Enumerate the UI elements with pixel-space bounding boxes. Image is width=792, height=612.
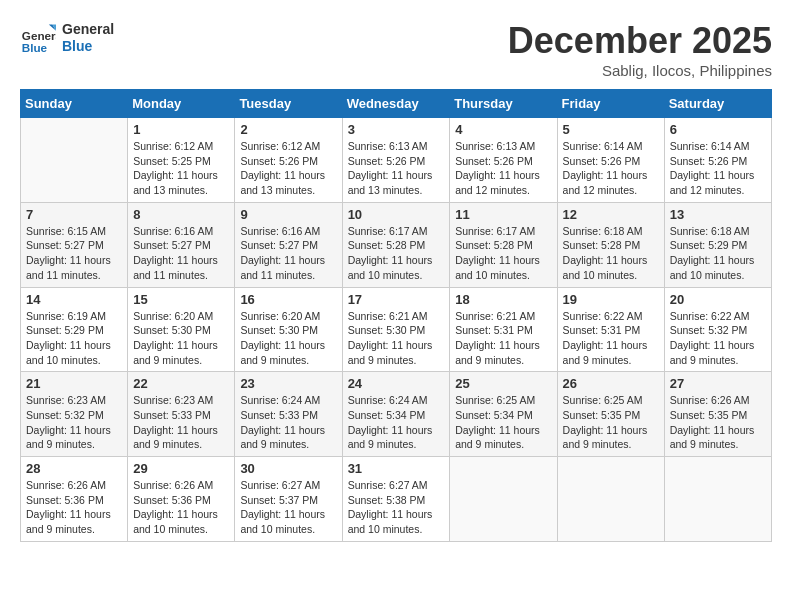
day-header-wednesday: Wednesday [342, 90, 450, 118]
day-number: 8 [133, 207, 229, 222]
calendar-cell: 28Sunrise: 6:26 AM Sunset: 5:36 PM Dayli… [21, 457, 128, 542]
day-header-tuesday: Tuesday [235, 90, 342, 118]
title-block: December 2025 Sablig, Ilocos, Philippine… [508, 20, 772, 79]
calendar-cell: 20Sunrise: 6:22 AM Sunset: 5:32 PM Dayli… [664, 287, 771, 372]
calendar-cell: 31Sunrise: 6:27 AM Sunset: 5:38 PM Dayli… [342, 457, 450, 542]
calendar-cell: 9Sunrise: 6:16 AM Sunset: 5:27 PM Daylig… [235, 202, 342, 287]
calendar-cell: 7Sunrise: 6:15 AM Sunset: 5:27 PM Daylig… [21, 202, 128, 287]
day-info: Sunrise: 6:24 AM Sunset: 5:34 PM Dayligh… [348, 393, 445, 452]
calendar-cell: 29Sunrise: 6:26 AM Sunset: 5:36 PM Dayli… [128, 457, 235, 542]
day-info: Sunrise: 6:20 AM Sunset: 5:30 PM Dayligh… [240, 309, 336, 368]
calendar-cell: 3Sunrise: 6:13 AM Sunset: 5:26 PM Daylig… [342, 118, 450, 203]
day-number: 18 [455, 292, 551, 307]
calendar-week-row: 21Sunrise: 6:23 AM Sunset: 5:32 PM Dayli… [21, 372, 772, 457]
calendar-cell: 2Sunrise: 6:12 AM Sunset: 5:26 PM Daylig… [235, 118, 342, 203]
calendar-cell: 22Sunrise: 6:23 AM Sunset: 5:33 PM Dayli… [128, 372, 235, 457]
day-number: 23 [240, 376, 336, 391]
day-info: Sunrise: 6:12 AM Sunset: 5:25 PM Dayligh… [133, 139, 229, 198]
day-info: Sunrise: 6:27 AM Sunset: 5:37 PM Dayligh… [240, 478, 336, 537]
calendar-cell: 11Sunrise: 6:17 AM Sunset: 5:28 PM Dayli… [450, 202, 557, 287]
day-info: Sunrise: 6:25 AM Sunset: 5:34 PM Dayligh… [455, 393, 551, 452]
calendar-header-row: SundayMondayTuesdayWednesdayThursdayFrid… [21, 90, 772, 118]
day-info: Sunrise: 6:15 AM Sunset: 5:27 PM Dayligh… [26, 224, 122, 283]
day-info: Sunrise: 6:18 AM Sunset: 5:28 PM Dayligh… [563, 224, 659, 283]
day-info: Sunrise: 6:23 AM Sunset: 5:33 PM Dayligh… [133, 393, 229, 452]
calendar-cell [21, 118, 128, 203]
day-info: Sunrise: 6:22 AM Sunset: 5:32 PM Dayligh… [670, 309, 766, 368]
day-header-sunday: Sunday [21, 90, 128, 118]
day-number: 9 [240, 207, 336, 222]
calendar-cell: 23Sunrise: 6:24 AM Sunset: 5:33 PM Dayli… [235, 372, 342, 457]
calendar-cell: 4Sunrise: 6:13 AM Sunset: 5:26 PM Daylig… [450, 118, 557, 203]
calendar-week-row: 14Sunrise: 6:19 AM Sunset: 5:29 PM Dayli… [21, 287, 772, 372]
day-info: Sunrise: 6:23 AM Sunset: 5:32 PM Dayligh… [26, 393, 122, 452]
calendar-week-row: 28Sunrise: 6:26 AM Sunset: 5:36 PM Dayli… [21, 457, 772, 542]
day-number: 11 [455, 207, 551, 222]
day-number: 19 [563, 292, 659, 307]
day-number: 24 [348, 376, 445, 391]
page-header: General Blue General Blue December 2025 … [20, 20, 772, 79]
day-number: 4 [455, 122, 551, 137]
day-header-thursday: Thursday [450, 90, 557, 118]
calendar-table: SundayMondayTuesdayWednesdayThursdayFrid… [20, 89, 772, 542]
day-info: Sunrise: 6:18 AM Sunset: 5:29 PM Dayligh… [670, 224, 766, 283]
calendar-cell: 24Sunrise: 6:24 AM Sunset: 5:34 PM Dayli… [342, 372, 450, 457]
day-info: Sunrise: 6:20 AM Sunset: 5:30 PM Dayligh… [133, 309, 229, 368]
day-header-monday: Monday [128, 90, 235, 118]
day-info: Sunrise: 6:25 AM Sunset: 5:35 PM Dayligh… [563, 393, 659, 452]
day-number: 10 [348, 207, 445, 222]
calendar-week-row: 1Sunrise: 6:12 AM Sunset: 5:25 PM Daylig… [21, 118, 772, 203]
day-number: 15 [133, 292, 229, 307]
day-number: 16 [240, 292, 336, 307]
day-number: 30 [240, 461, 336, 476]
day-number: 2 [240, 122, 336, 137]
calendar-cell: 6Sunrise: 6:14 AM Sunset: 5:26 PM Daylig… [664, 118, 771, 203]
day-info: Sunrise: 6:27 AM Sunset: 5:38 PM Dayligh… [348, 478, 445, 537]
day-number: 5 [563, 122, 659, 137]
day-number: 21 [26, 376, 122, 391]
day-info: Sunrise: 6:26 AM Sunset: 5:36 PM Dayligh… [26, 478, 122, 537]
day-info: Sunrise: 6:16 AM Sunset: 5:27 PM Dayligh… [240, 224, 336, 283]
calendar-cell: 13Sunrise: 6:18 AM Sunset: 5:29 PM Dayli… [664, 202, 771, 287]
day-header-friday: Friday [557, 90, 664, 118]
calendar-cell: 16Sunrise: 6:20 AM Sunset: 5:30 PM Dayli… [235, 287, 342, 372]
day-number: 25 [455, 376, 551, 391]
logo-icon: General Blue [20, 20, 56, 56]
calendar-cell: 21Sunrise: 6:23 AM Sunset: 5:32 PM Dayli… [21, 372, 128, 457]
day-info: Sunrise: 6:21 AM Sunset: 5:31 PM Dayligh… [455, 309, 551, 368]
calendar-cell: 15Sunrise: 6:20 AM Sunset: 5:30 PM Dayli… [128, 287, 235, 372]
calendar-cell: 10Sunrise: 6:17 AM Sunset: 5:28 PM Dayli… [342, 202, 450, 287]
calendar-body: 1Sunrise: 6:12 AM Sunset: 5:25 PM Daylig… [21, 118, 772, 542]
day-number: 6 [670, 122, 766, 137]
day-number: 12 [563, 207, 659, 222]
day-info: Sunrise: 6:24 AM Sunset: 5:33 PM Dayligh… [240, 393, 336, 452]
calendar-cell [664, 457, 771, 542]
day-number: 22 [133, 376, 229, 391]
day-info: Sunrise: 6:26 AM Sunset: 5:36 PM Dayligh… [133, 478, 229, 537]
calendar-cell: 27Sunrise: 6:26 AM Sunset: 5:35 PM Dayli… [664, 372, 771, 457]
calendar-cell: 30Sunrise: 6:27 AM Sunset: 5:37 PM Dayli… [235, 457, 342, 542]
calendar-cell: 26Sunrise: 6:25 AM Sunset: 5:35 PM Dayli… [557, 372, 664, 457]
calendar-cell: 12Sunrise: 6:18 AM Sunset: 5:28 PM Dayli… [557, 202, 664, 287]
day-number: 14 [26, 292, 122, 307]
location: Sablig, Ilocos, Philippines [508, 62, 772, 79]
day-info: Sunrise: 6:26 AM Sunset: 5:35 PM Dayligh… [670, 393, 766, 452]
day-number: 20 [670, 292, 766, 307]
calendar-cell: 5Sunrise: 6:14 AM Sunset: 5:26 PM Daylig… [557, 118, 664, 203]
calendar-cell: 1Sunrise: 6:12 AM Sunset: 5:25 PM Daylig… [128, 118, 235, 203]
day-info: Sunrise: 6:22 AM Sunset: 5:31 PM Dayligh… [563, 309, 659, 368]
calendar-cell: 14Sunrise: 6:19 AM Sunset: 5:29 PM Dayli… [21, 287, 128, 372]
day-number: 7 [26, 207, 122, 222]
day-number: 3 [348, 122, 445, 137]
day-number: 26 [563, 376, 659, 391]
day-number: 1 [133, 122, 229, 137]
calendar-cell [557, 457, 664, 542]
day-info: Sunrise: 6:14 AM Sunset: 5:26 PM Dayligh… [670, 139, 766, 198]
day-info: Sunrise: 6:19 AM Sunset: 5:29 PM Dayligh… [26, 309, 122, 368]
calendar-cell [450, 457, 557, 542]
day-number: 13 [670, 207, 766, 222]
day-header-saturday: Saturday [664, 90, 771, 118]
month-title: December 2025 [508, 20, 772, 62]
day-info: Sunrise: 6:17 AM Sunset: 5:28 PM Dayligh… [348, 224, 445, 283]
calendar-week-row: 7Sunrise: 6:15 AM Sunset: 5:27 PM Daylig… [21, 202, 772, 287]
